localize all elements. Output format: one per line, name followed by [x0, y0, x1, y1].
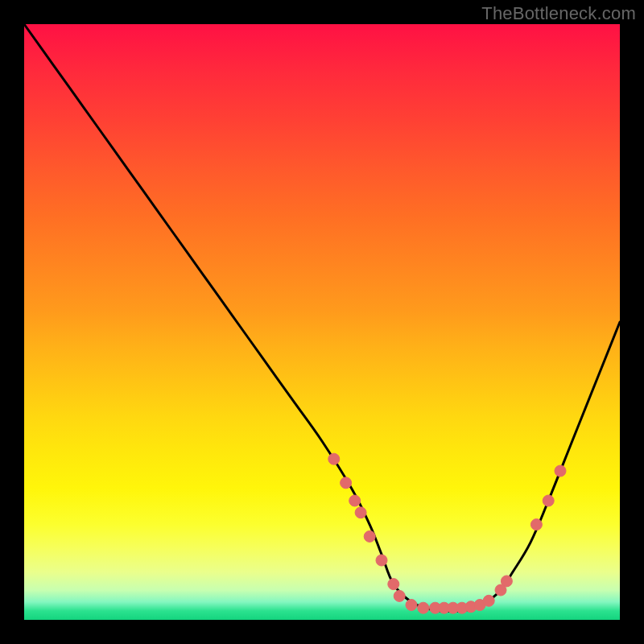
watermark-text: TheBottleneck.com — [481, 3, 636, 24]
marker-dot — [543, 495, 554, 506]
marker-dots-group — [328, 453, 566, 613]
marker-dot — [341, 477, 352, 489]
marker-dot — [418, 602, 429, 613]
chart-frame: TheBottleneck.com — [0, 0, 644, 644]
marker-dot — [388, 579, 399, 590]
marker-dot — [406, 600, 417, 611]
marker-dot — [364, 530, 375, 542]
marker-dot — [483, 595, 494, 606]
marker-dot — [555, 465, 566, 477]
marker-dot — [394, 590, 405, 601]
marker-dot — [530, 519, 542, 530]
plot-gradient-area — [24, 24, 620, 620]
marker-dot — [501, 576, 512, 587]
bottleneck-curve-svg — [24, 24, 620, 620]
marker-dot — [355, 507, 366, 518]
marker-dot — [349, 495, 361, 506]
bottleneck-curve-line — [24, 24, 620, 611]
marker-dot — [328, 453, 340, 464]
marker-dot — [376, 555, 387, 566]
